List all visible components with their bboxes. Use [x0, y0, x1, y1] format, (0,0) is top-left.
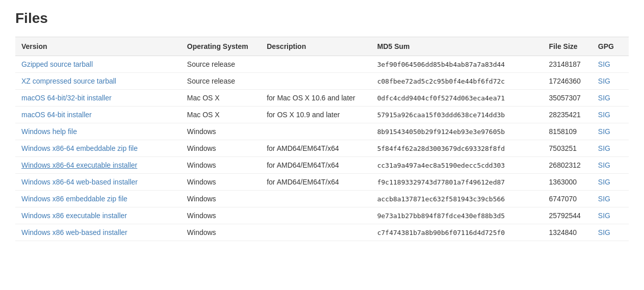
file-version-link[interactable]: Gzipped source tarball	[21, 60, 93, 68]
file-md5: c08fbee72ad5c2c95b0f4e44bf6fd72c	[371, 73, 543, 90]
file-version-link[interactable]: Windows x86 web-based installer	[21, 228, 127, 236]
table-row: Windows x86 embeddable zip fileWindowsac…	[15, 191, 629, 207]
table-row: XZ compressed source tarballSource relea…	[15, 73, 629, 90]
sig-link[interactable]: SIG	[598, 77, 610, 85]
sig-link[interactable]: SIG	[598, 161, 610, 169]
file-os: Windows	[181, 140, 261, 157]
sig-link[interactable]: SIG	[598, 228, 610, 236]
file-size: 1324840	[543, 224, 592, 241]
file-description: for Mac OS X 10.6 and later	[261, 90, 371, 107]
file-size: 17246360	[543, 73, 592, 90]
file-size: 25792544	[543, 207, 592, 224]
sig-link[interactable]: SIG	[598, 127, 610, 136]
col-header-md5: MD5 Sum	[371, 37, 543, 56]
file-md5: 3ef90f064506dd85b4b4ab87a7a83d44	[371, 56, 543, 73]
files-table: Version Operating System Description MD5…	[15, 37, 629, 241]
file-version-link[interactable]: Windows x86 embeddable zip file	[21, 195, 127, 203]
file-description	[261, 224, 371, 241]
file-description: for AMD64/EM64T/x64	[261, 140, 371, 157]
col-header-size: File Size	[543, 37, 592, 56]
file-description	[261, 123, 371, 140]
sig-link[interactable]: SIG	[598, 144, 610, 152]
file-size: 23148187	[543, 56, 592, 73]
file-version-link[interactable]: macOS 64-bit/32-bit installer	[21, 94, 112, 102]
file-os: Mac OS X	[181, 107, 261, 123]
file-os: Source release	[181, 73, 261, 90]
file-description	[261, 191, 371, 207]
sig-link[interactable]: SIG	[598, 178, 610, 186]
file-size: 8158109	[543, 123, 592, 140]
table-header-row: Version Operating System Description MD5…	[15, 37, 629, 56]
sig-link[interactable]: SIG	[598, 60, 610, 68]
col-header-gpg: GPG	[592, 37, 629, 56]
sig-link[interactable]: SIG	[598, 94, 610, 102]
file-os: Windows	[181, 157, 261, 174]
file-os: Windows	[181, 207, 261, 224]
sig-link[interactable]: SIG	[598, 212, 610, 220]
file-version-link[interactable]: Windows x86-64 web-based installer	[21, 178, 138, 186]
file-description: for AMD64/EM64T/x64	[261, 157, 371, 174]
file-size: 7503251	[543, 140, 592, 157]
file-os: Windows	[181, 174, 261, 191]
table-row: macOS 64-bit/32-bit installerMac OS Xfor…	[15, 90, 629, 107]
file-os: Windows	[181, 224, 261, 241]
file-md5: 0dfc4cdd9404cf0f5274d063eca4ea71	[371, 90, 543, 107]
sig-link[interactable]: SIG	[598, 111, 610, 119]
table-row: Windows x86-64 embeddable zip fileWindow…	[15, 140, 629, 157]
file-md5: cc31a9a497a4ec8a5190edecc5cdd303	[371, 157, 543, 174]
file-md5: 57915a926caa15f03ddd638ce714dd3b	[371, 107, 543, 123]
file-md5: f9c11893329743d77801a7f49612ed87	[371, 174, 543, 191]
file-version-link[interactable]: Windows x86 executable installer	[21, 212, 127, 220]
sig-link[interactable]: SIG	[598, 195, 610, 203]
col-header-os: Operating System	[181, 37, 261, 56]
file-size: 28235421	[543, 107, 592, 123]
file-os: Mac OS X	[181, 90, 261, 107]
file-description: for OS X 10.9 and later	[261, 107, 371, 123]
file-md5: accb8a137871ec632f581943c39cb566	[371, 191, 543, 207]
table-row: Gzipped source tarballSource release3ef9…	[15, 56, 629, 73]
file-md5: 5f84f4f62a28d3003679dc693328f8fd	[371, 140, 543, 157]
file-os: Windows	[181, 191, 261, 207]
col-header-description: Description	[261, 37, 371, 56]
col-header-version: Version	[15, 37, 181, 56]
file-description: for AMD64/EM64T/x64	[261, 174, 371, 191]
file-size: 35057307	[543, 90, 592, 107]
file-size: 6747070	[543, 191, 592, 207]
file-version-link[interactable]: Windows x86-64 embeddable zip file	[21, 144, 138, 152]
file-md5: c7f474381b7a8b90b6f07116d4d725f0	[371, 224, 543, 241]
table-row: Windows x86 web-based installerWindowsc7…	[15, 224, 629, 241]
file-description	[261, 73, 371, 90]
table-row: Windows x86-64 web-based installerWindow…	[15, 174, 629, 191]
file-size: 1363000	[543, 174, 592, 191]
file-version-link[interactable]: macOS 64-bit installer	[21, 111, 92, 119]
file-os: Windows	[181, 123, 261, 140]
table-row: Windows x86 executable installerWindows9…	[15, 207, 629, 224]
file-description	[261, 56, 371, 73]
file-md5: 9e73a1b27bb894f87fdce430ef88b3d5	[371, 207, 543, 224]
file-size: 26802312	[543, 157, 592, 174]
file-version-link[interactable]: XZ compressed source tarball	[21, 77, 116, 85]
page-title: Files	[15, 10, 629, 27]
file-version-link[interactable]: Windows x86-64 executable installer	[21, 161, 137, 169]
file-md5: 8b915434050b29f9124eb93e3e97605b	[371, 123, 543, 140]
file-description	[261, 207, 371, 224]
table-row: Windows help fileWindows8b915434050b29f9…	[15, 123, 629, 140]
file-version-link[interactable]: Windows help file	[21, 127, 77, 136]
table-row: macOS 64-bit installerMac OS Xfor OS X 1…	[15, 107, 629, 123]
file-os: Source release	[181, 56, 261, 73]
table-row: Windows x86-64 executable installerWindo…	[15, 157, 629, 174]
